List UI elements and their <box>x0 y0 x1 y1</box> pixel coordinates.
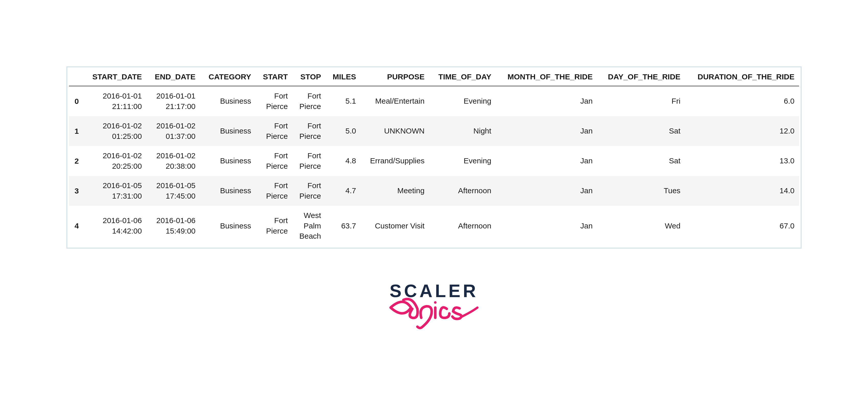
table-row: 22016-01-02 20:25:002016-01-02 20:38:00B… <box>69 146 799 176</box>
col-index <box>69 69 84 86</box>
scaler-topics-logo: SCALER <box>0 281 868 333</box>
cell-start-date: 2016-01-02 01:25:00 <box>84 116 147 146</box>
cell-end-date: 2016-01-01 21:17:00 <box>147 86 200 116</box>
cell-purpose: Meal/Entertain <box>361 86 429 116</box>
cell-day-of-the-ride: Fri <box>597 86 685 116</box>
cell-miles: 4.7 <box>326 176 361 206</box>
col-duration-of-ride: DURATION_OF_THE_RIDE <box>685 69 799 86</box>
logo-line2-wrap <box>388 293 480 332</box>
row-index: 0 <box>69 86 84 116</box>
cell-day-of-the-ride: Tues <box>597 176 685 206</box>
cell-duration-of-the-ride: 6.0 <box>685 86 799 116</box>
cell-month-of-the-ride: Jan <box>496 146 597 176</box>
cell-start: Fort Pierce <box>256 146 292 176</box>
cell-time-of-day: Afternoon <box>429 206 496 246</box>
row-index: 2 <box>69 146 84 176</box>
cell-start: Fort Pierce <box>256 86 292 116</box>
svg-point-0 <box>434 301 437 304</box>
cell-start: Fort Pierce <box>256 176 292 206</box>
col-purpose: PURPOSE <box>361 69 429 86</box>
cell-stop: West Palm Beach <box>292 206 326 246</box>
cell-miles: 4.8 <box>326 146 361 176</box>
table-row: 02016-01-01 21:11:002016-01-01 21:17:00B… <box>69 86 799 116</box>
cell-stop: Fort Pierce <box>292 176 326 206</box>
cell-start-date: 2016-01-06 14:42:00 <box>84 206 147 246</box>
cell-stop: Fort Pierce <box>292 146 326 176</box>
cell-duration-of-the-ride: 13.0 <box>685 146 799 176</box>
cell-miles: 5.1 <box>326 86 361 116</box>
cell-miles: 63.7 <box>326 206 361 246</box>
cell-day-of-the-ride: Sat <box>597 116 685 146</box>
cell-time-of-day: Night <box>429 116 496 146</box>
row-index: 3 <box>69 176 84 206</box>
cell-start-date: 2016-01-01 21:11:00 <box>84 86 147 116</box>
cell-start: Fort Pierce <box>256 116 292 146</box>
cell-day-of-the-ride: Sat <box>597 146 685 176</box>
col-start-date: START_DATE <box>84 69 147 86</box>
row-index: 1 <box>69 116 84 146</box>
topics-script-icon <box>388 293 480 332</box>
cell-stop: Fort Pierce <box>292 116 326 146</box>
cell-start-date: 2016-01-05 17:31:00 <box>84 176 147 206</box>
cell-miles: 5.0 <box>326 116 361 146</box>
col-time-of-day: TIME_OF_DAY <box>429 69 496 86</box>
cell-start-date: 2016-01-02 20:25:00 <box>84 146 147 176</box>
cell-purpose: Customer Visit <box>361 206 429 246</box>
col-miles: MILES <box>326 69 361 86</box>
cell-purpose: Meeting <box>361 176 429 206</box>
cell-category: Business <box>200 146 256 176</box>
cell-end-date: 2016-01-06 15:49:00 <box>147 206 200 246</box>
cell-category: Business <box>200 116 256 146</box>
cell-time-of-day: Afternoon <box>429 176 496 206</box>
col-end-date: END_DATE <box>147 69 200 86</box>
cell-category: Business <box>200 86 256 116</box>
cell-purpose: Errand/Supplies <box>361 146 429 176</box>
cell-end-date: 2016-01-05 17:45:00 <box>147 176 200 206</box>
table-row: 12016-01-02 01:25:002016-01-02 01:37:00B… <box>69 116 799 146</box>
col-category: CATEGORY <box>200 69 256 86</box>
cell-end-date: 2016-01-02 01:37:00 <box>147 116 200 146</box>
cell-category: Business <box>200 206 256 246</box>
cell-month-of-the-ride: Jan <box>496 206 597 246</box>
cell-category: Business <box>200 176 256 206</box>
row-index: 4 <box>69 206 84 246</box>
table-row: 42016-01-06 14:42:002016-01-06 15:49:00B… <box>69 206 799 246</box>
table-header-row: START_DATE END_DATE CATEGORY START STOP … <box>69 69 799 86</box>
cell-purpose: UNKNOWN <box>361 116 429 146</box>
cell-stop: Fort Pierce <box>292 86 326 116</box>
col-start: START <box>256 69 292 86</box>
cell-day-of-the-ride: Wed <box>597 206 685 246</box>
cell-time-of-day: Evening <box>429 146 496 176</box>
cell-end-date: 2016-01-02 20:38:00 <box>147 146 200 176</box>
table-row: 32016-01-05 17:31:002016-01-05 17:45:00B… <box>69 176 799 206</box>
cell-duration-of-the-ride: 12.0 <box>685 116 799 146</box>
cell-start: Fort Pierce <box>256 206 292 246</box>
col-stop: STOP <box>292 69 326 86</box>
cell-time-of-day: Evening <box>429 86 496 116</box>
data-table: START_DATE END_DATE CATEGORY START STOP … <box>69 69 799 246</box>
cell-duration-of-the-ride: 67.0 <box>685 206 799 246</box>
cell-month-of-the-ride: Jan <box>496 176 597 206</box>
cell-month-of-the-ride: Jan <box>496 86 597 116</box>
col-month-of-ride: MONTH_OF_THE_RIDE <box>496 69 597 86</box>
col-day-of-ride: DAY_OF_THE_RIDE <box>597 69 685 86</box>
cell-month-of-the-ride: Jan <box>496 116 597 146</box>
data-table-container: START_DATE END_DATE CATEGORY START STOP … <box>66 66 802 249</box>
cell-duration-of-the-ride: 14.0 <box>685 176 799 206</box>
